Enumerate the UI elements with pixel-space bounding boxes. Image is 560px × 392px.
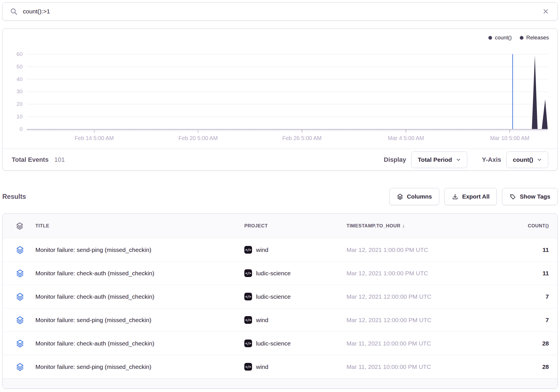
- y-axis-tick-label: 40: [5, 76, 23, 82]
- total-events-label: Total Events: [12, 156, 49, 163]
- result-title-link[interactable]: Monitor failure: send-ping (missed_check…: [35, 363, 151, 370]
- x-axis-major-tick: [509, 130, 510, 133]
- display-dropdown-value: Total Period: [418, 156, 452, 163]
- project-platform-icon: </>: [244, 246, 252, 254]
- stack-icon: [16, 269, 24, 278]
- search-bar: [2, 2, 558, 21]
- y-axis-tick-label: 50: [5, 64, 23, 70]
- y-axis-tick-label: 30: [5, 88, 23, 95]
- export-all-button[interactable]: Export All: [444, 188, 497, 205]
- x-axis-tick-label: Feb 20 5:00 AM: [161, 135, 235, 142]
- download-icon: [452, 193, 458, 200]
- stack-icon: [16, 222, 24, 230]
- table-row: Monitor failure: check-auth (missed_chec…: [3, 332, 557, 355]
- column-header-project[interactable]: PROJECT: [244, 223, 347, 229]
- x-axis-tick-label: Mar 4 5:00 AM: [369, 135, 443, 142]
- project-name: wind: [256, 363, 268, 370]
- yaxis-label: Y-Axis: [482, 156, 501, 163]
- table-rows: Monitor failure: send-ping (missed_check…: [3, 238, 557, 379]
- y-axis-tick-label: 20: [5, 101, 23, 107]
- result-count: 11: [481, 270, 557, 277]
- x-axis-major-tick: [302, 130, 302, 133]
- result-title-link[interactable]: Monitor failure: check-auth (missed_chec…: [35, 293, 154, 300]
- tag-icon: [509, 193, 516, 200]
- layers-icon: [397, 193, 403, 200]
- y-axis-tick-label: 10: [5, 114, 23, 120]
- stack-icon: [16, 316, 24, 324]
- result-count: 28: [481, 363, 557, 370]
- table-footer: [3, 379, 557, 388]
- result-timestamp: Mar 12, 2021 12:00:00 PM UTC: [347, 293, 481, 300]
- legend-item-count[interactable]: count(): [488, 35, 512, 41]
- table-row: Monitor failure: send-ping (missed_check…: [3, 355, 557, 379]
- result-title-link[interactable]: Monitor failure: send-ping (missed_check…: [35, 317, 151, 323]
- events-chart-panel: count() Releases 0102030405060Feb 14 5:0…: [2, 29, 558, 171]
- result-count: 7: [481, 317, 557, 324]
- show-tags-button[interactable]: Show Tags: [502, 188, 558, 205]
- stack-icon: [16, 339, 24, 348]
- chevron-down-icon: [456, 157, 461, 162]
- legend-dot: [488, 36, 492, 40]
- show-tags-button-label: Show Tags: [520, 193, 550, 200]
- x-axis-major-tick: [406, 130, 406, 133]
- search-input[interactable]: [23, 8, 536, 15]
- close-icon: [543, 8, 549, 15]
- project-platform-icon: </>: [244, 293, 252, 300]
- column-header-timestamp[interactable]: TIMESTAMP.TO_HOUR↓: [347, 223, 481, 229]
- chart-legend: count() Releases: [488, 35, 549, 41]
- chevron-down-icon: [537, 157, 542, 162]
- stack-icon: [16, 292, 24, 301]
- results-heading: Results: [2, 193, 26, 201]
- result-count: 11: [481, 246, 557, 253]
- x-axis-tick-label: Mar 10 5:00 AM: [473, 135, 547, 142]
- column-header-title[interactable]: TITLE: [35, 223, 244, 229]
- columns-button-label: Columns: [407, 193, 432, 200]
- result-timestamp: Mar 11, 2021 10:00:00 PM UTC: [347, 340, 481, 347]
- x-axis-major-tick: [198, 130, 198, 133]
- legend-item-releases[interactable]: Releases: [520, 35, 549, 41]
- project-platform-icon: </>: [244, 269, 252, 277]
- chart-footer: Total Events 101 Display Total Period Y-…: [3, 149, 557, 170]
- table-row: Monitor failure: send-ping (missed_check…: [3, 238, 557, 262]
- clear-search-button[interactable]: [541, 7, 550, 16]
- y-axis-tick-label: 60: [5, 51, 23, 57]
- project-name: wind: [256, 246, 268, 253]
- legend-label: count(): [495, 35, 512, 41]
- table-row: Monitor failure: check-auth (missed_chec…: [3, 285, 557, 308]
- chart-body: count() Releases 0102030405060Feb 14 5:0…: [3, 29, 557, 149]
- total-events-value: 101: [54, 156, 65, 163]
- x-axis-tick-label: Feb 14 5:00 AM: [57, 135, 131, 142]
- display-dropdown[interactable]: Total Period: [411, 151, 467, 168]
- display-label: Display: [384, 156, 406, 163]
- results-table: TITLE PROJECT TIMESTAMP.TO_HOUR↓ COUNT()…: [2, 213, 558, 389]
- result-timestamp: Mar 12, 2021 12:00:00 PM UTC: [347, 317, 481, 324]
- table-header-row: TITLE PROJECT TIMESTAMP.TO_HOUR↓ COUNT(): [3, 214, 557, 238]
- table-row: Monitor failure: check-auth (missed_chec…: [3, 262, 557, 285]
- project-name: ludic-science: [256, 340, 291, 347]
- legend-label: Releases: [526, 35, 549, 41]
- yaxis-dropdown[interactable]: count(): [506, 151, 548, 168]
- result-title-link[interactable]: Monitor failure: send-ping (missed_check…: [35, 246, 151, 253]
- results-header-row: Results Columns Export All Show Tags: [2, 186, 558, 207]
- chart-svg: [27, 42, 548, 129]
- yaxis-dropdown-value: count(): [513, 156, 533, 163]
- result-title-link[interactable]: Monitor failure: check-auth (missed_chec…: [35, 270, 154, 276]
- stack-icon: [16, 363, 24, 371]
- x-axis-major-tick: [94, 130, 94, 133]
- result-timestamp: Mar 12, 2021 1:00:00 PM UTC: [347, 270, 481, 277]
- project-name: wind: [256, 317, 268, 324]
- search-icon: [10, 8, 18, 15]
- table-row: Monitor failure: send-ping (missed_check…: [3, 308, 557, 332]
- sort-desc-icon: ↓: [402, 223, 405, 229]
- project-name: ludic-science: [256, 293, 291, 300]
- y-axis-tick-label: 0: [5, 126, 23, 132]
- column-header-count[interactable]: COUNT(): [481, 223, 557, 229]
- result-count: 7: [481, 293, 557, 300]
- columns-button[interactable]: Columns: [389, 188, 440, 205]
- legend-dot: [520, 36, 523, 40]
- result-timestamp: Mar 12, 2021 1:00:00 PM UTC: [347, 246, 481, 253]
- stack-icon: [16, 246, 24, 254]
- result-title-link[interactable]: Monitor failure: check-auth (missed_chec…: [35, 340, 154, 347]
- project-platform-icon: </>: [244, 363, 252, 371]
- x-axis-ticks: [27, 130, 548, 131]
